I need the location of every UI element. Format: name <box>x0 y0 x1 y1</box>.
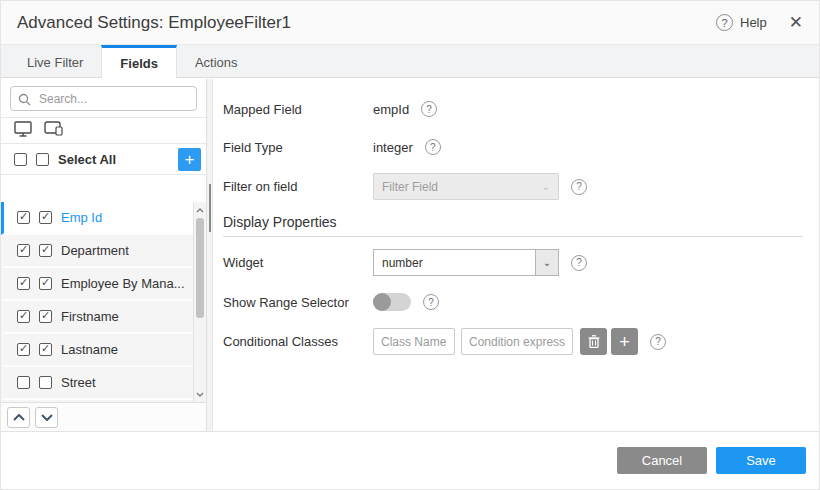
field-label: Lastname <box>61 342 118 357</box>
field-label: Street <box>61 375 96 390</box>
scroll-up-icon[interactable] <box>194 204 206 216</box>
search-icon <box>18 92 31 110</box>
field-label: Firstname <box>61 309 119 324</box>
scrollbar-thumb[interactable] <box>196 218 204 318</box>
field-label: Department <box>61 243 129 258</box>
widget-row: Widget number ⌄ ? <box>223 249 803 276</box>
widget-label: Widget <box>223 255 373 270</box>
trash-icon <box>588 335 600 348</box>
field-type-help-icon[interactable]: ? <box>425 139 441 155</box>
widget-select[interactable]: number ⌄ <box>373 249 559 276</box>
condition-expression-input[interactable] <box>461 328 573 355</box>
scroll-down-icon[interactable] <box>194 388 206 400</box>
class-name-input[interactable] <box>373 328 455 355</box>
header-actions: ? Help ✕ <box>716 14 803 31</box>
help-link[interactable]: Help <box>740 15 767 30</box>
select-all-desktop-checkbox[interactable] <box>14 153 27 166</box>
display-properties-heading: Display Properties <box>223 214 803 237</box>
widget-select-value: number <box>374 250 535 275</box>
tab-live-filter[interactable]: Live Filter <box>9 45 101 77</box>
field-label: Employee By Mana... <box>61 276 185 291</box>
filter-field-select-value: Filter Field <box>382 180 438 194</box>
dialog-header: Advanced Settings: EmployeeFilter1 ? Hel… <box>1 1 819 45</box>
field-list-item[interactable]: Street <box>1 367 206 400</box>
tab-bar: Live Filter Fields Actions <box>1 45 819 78</box>
add-class-button[interactable]: + <box>611 328 638 355</box>
help-icon[interactable]: ? <box>716 14 733 31</box>
reorder-controls <box>1 402 206 431</box>
device-columns-row <box>1 118 206 144</box>
list-scrollbar[interactable] <box>193 202 206 402</box>
field-desktop-checkbox[interactable] <box>17 343 30 356</box>
conditional-classes-row: Conditional Classes + ? <box>223 328 803 355</box>
field-properties-panel: Mapped Field empId ? Field Type integer … <box>213 79 819 431</box>
field-type-label: Field Type <box>223 140 373 155</box>
filter-on-field-row: Filter on field Filter Field ⌄ ? <box>223 173 803 200</box>
toggle-knob <box>373 293 391 311</box>
search-input[interactable] <box>10 86 197 111</box>
splitter-handle-icon <box>209 184 211 232</box>
field-type-row: Field Type integer ? <box>223 135 803 159</box>
conditional-classes-label: Conditional Classes <box>223 334 373 349</box>
select-all-row[interactable]: Select All + <box>1 144 206 175</box>
field-type-value: integer <box>373 140 413 155</box>
field-desktop-checkbox[interactable] <box>17 376 30 389</box>
field-mobile-checkbox[interactable] <box>39 211 52 224</box>
field-mobile-checkbox[interactable] <box>39 277 52 290</box>
filter-field-select: Filter Field ⌄ <box>373 173 559 200</box>
widget-help-icon[interactable]: ? <box>571 255 587 271</box>
field-mobile-checkbox[interactable] <box>39 376 52 389</box>
dialog-title: Advanced Settings: EmployeeFilter1 <box>17 13 291 33</box>
panel-splitter[interactable] <box>206 79 213 431</box>
mapped-field-value: empId <box>373 102 409 117</box>
field-list-item[interactable]: Firstname <box>1 301 206 334</box>
select-all-label: Select All <box>58 152 116 167</box>
field-list-item[interactable]: Employee By Mana... <box>1 268 206 301</box>
show-range-selector-row: Show Range Selector ? <box>223 290 803 314</box>
field-label: Emp Id <box>61 210 102 225</box>
move-up-button[interactable] <box>7 407 30 428</box>
conditional-classes-help-icon[interactable]: ? <box>650 334 666 350</box>
move-down-button[interactable] <box>35 407 58 428</box>
tab-actions[interactable]: Actions <box>177 45 256 77</box>
select-all-mobile-checkbox[interactable] <box>36 153 49 166</box>
save-button[interactable]: Save <box>716 447 806 474</box>
chevron-down-icon: ⌄ <box>542 181 550 192</box>
field-desktop-checkbox[interactable] <box>17 244 30 257</box>
field-list-item[interactable]: Emp Id <box>1 202 206 235</box>
field-desktop-checkbox[interactable] <box>17 310 30 323</box>
tab-fields[interactable]: Fields <box>101 45 177 78</box>
field-desktop-checkbox[interactable] <box>17 211 30 224</box>
field-list-item[interactable]: Lastname <box>1 334 206 367</box>
mapped-field-help-icon[interactable]: ? <box>421 101 437 117</box>
fields-sidebar: Select All + Emp Id Department Employee … <box>1 79 206 431</box>
filter-on-field-label: Filter on field <box>223 179 373 194</box>
field-list-item[interactable]: Department <box>1 235 206 268</box>
cancel-button[interactable]: Cancel <box>617 447 707 474</box>
delete-class-button[interactable] <box>580 328 607 355</box>
chevron-down-icon[interactable]: ⌄ <box>535 250 558 275</box>
mapped-field-row: Mapped Field empId ? <box>223 97 803 121</box>
add-field-button[interactable]: + <box>178 148 201 171</box>
field-desktop-checkbox[interactable] <box>17 277 30 290</box>
field-mobile-checkbox[interactable] <box>39 310 52 323</box>
field-mobile-checkbox[interactable] <box>39 343 52 356</box>
dialog-footer: Cancel Save <box>1 431 819 489</box>
search-container <box>1 79 206 118</box>
mobile-icon <box>44 121 64 140</box>
show-range-selector-toggle[interactable] <box>373 293 411 311</box>
advanced-settings-dialog: Advanced Settings: EmployeeFilter1 ? Hel… <box>0 0 820 490</box>
desktop-icon <box>14 121 33 141</box>
mapped-field-label: Mapped Field <box>223 102 373 117</box>
show-range-selector-label: Show Range Selector <box>223 295 373 310</box>
field-list: Emp Id Department Employee By Mana... Fi… <box>1 202 206 402</box>
show-range-selector-help-icon[interactable]: ? <box>423 294 439 310</box>
close-icon[interactable]: ✕ <box>789 14 803 31</box>
filter-on-field-help-icon[interactable]: ? <box>571 179 587 195</box>
field-mobile-checkbox[interactable] <box>39 244 52 257</box>
